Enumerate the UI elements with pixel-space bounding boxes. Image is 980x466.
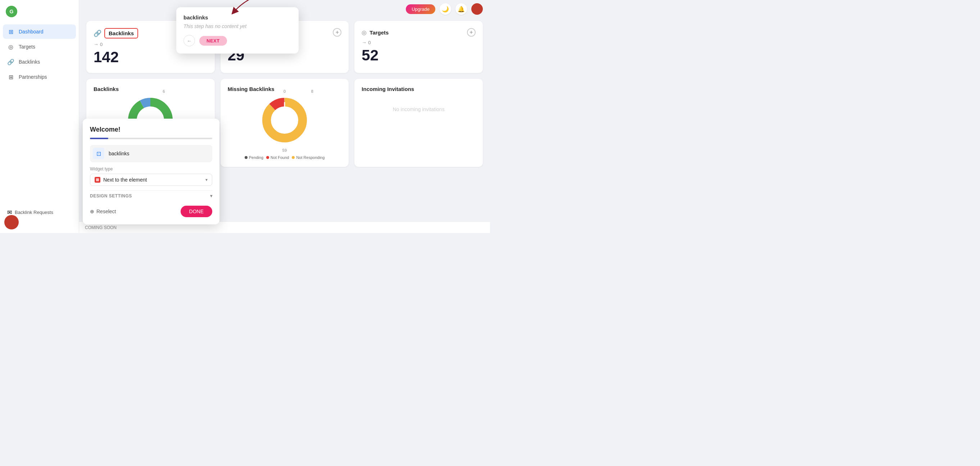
user-topbar-avatar[interactable] [471, 3, 483, 15]
reselect-icon: ⊕ [90, 209, 94, 214]
widget-type-select[interactable]: Next to the element ▾ [90, 174, 212, 186]
sidebar: G ⊞ Dashboard ◎ Targets 🔗 Backlinks ⊞ Pa… [0, 0, 79, 233]
pending-label: Pending [249, 155, 263, 160]
partnerships-icon: ⊞ [7, 73, 14, 81]
backlinks-change-value: 0 [100, 42, 103, 47]
missing-backlinks-card: Missing Backlinks 8 0 59 [221, 79, 349, 167]
legend-not-responding: Not Responding [292, 155, 325, 160]
reselect-button[interactable]: ⊕ Reselect [90, 209, 116, 214]
backlinks-icon: 🔗 [7, 58, 14, 65]
svg-rect-7 [96, 178, 99, 181]
sidebar-item-label: Dashboard [19, 29, 43, 35]
widget-icon-svg [96, 178, 99, 182]
targets-add-button[interactable]: + [467, 28, 476, 36]
sidebar-avatar [4, 215, 19, 230]
not-found-label: Not Found [270, 155, 289, 160]
welcome-footer: ⊕ Reselect DONE [90, 206, 212, 217]
pending-count-label: 59 [282, 148, 287, 152]
sidebar-navigation: ⊞ Dashboard ◎ Targets 🔗 Backlinks ⊞ Part… [0, 23, 79, 86]
backlinks-card-title: Backlinks [104, 28, 138, 38]
tooltip-footer: ← NEXT [183, 35, 291, 46]
sidebar-item-label: Targets [19, 44, 35, 50]
design-settings-arrow-icon: ▾ [210, 193, 213, 198]
not-responding-dot [292, 156, 295, 159]
backlinks-title-row: 🔗 Backlinks [94, 28, 138, 38]
targets-card-title: Targets [369, 30, 388, 36]
missing-donut-wrapper: 8 0 59 [259, 95, 310, 147]
missing-backlinks-title: Missing Backlinks [228, 86, 275, 92]
welcome-card: Welcome! ⊡ backlinks Widget type Next to… [83, 119, 220, 224]
targets-card: ◎ Targets + → 0 52 [354, 21, 483, 73]
widget-type-icon [95, 177, 100, 183]
link-icon: 🔗 [94, 30, 102, 37]
upgrade-button[interactable]: Upgrade [406, 4, 435, 14]
targets-card-header: ◎ Targets + [361, 28, 476, 36]
logo-icon: G [6, 6, 17, 17]
backlinks-chart-header: Backlinks [94, 86, 208, 92]
tooltip-next-button[interactable]: NEXT [199, 36, 227, 46]
targets-icon: ◎ [7, 43, 14, 50]
card2-add-button[interactable]: + [333, 28, 341, 36]
dashboard-icon: ⊞ [7, 28, 14, 35]
notifications-icon[interactable]: 🔔 [455, 3, 467, 15]
sidebar-item-backlinks[interactable]: 🔗 Backlinks [3, 55, 76, 69]
missing-backlinks-legend: Pending Not Found Not Responding [245, 155, 325, 160]
user-avatar[interactable] [4, 215, 19, 230]
sidebar-item-partnerships[interactable]: ⊞ Partnerships [3, 70, 76, 84]
sidebar-logo: G [0, 3, 79, 23]
reselect-label: Reselect [96, 209, 116, 214]
targets-title-row: ◎ Targets [361, 29, 388, 36]
arrow-icon3: → [361, 40, 367, 45]
done-button[interactable]: DONE [181, 206, 212, 217]
targets-change-value: 0 [368, 40, 371, 45]
pending-dot [245, 156, 248, 159]
targets-change: → 0 [361, 40, 476, 45]
sidebar-item-label: Partnerships [19, 74, 47, 80]
bottom-bar-label: COMING SOON [85, 225, 116, 230]
not-responding-top-label: 0 [283, 89, 286, 94]
dropdown-arrow-icon: ▾ [205, 177, 208, 182]
targets-icon-card: ◎ [361, 29, 367, 36]
no-invitations-label: No incoming invitations [361, 106, 476, 112]
incoming-invitations-card: Incoming Invitations No incoming invitat… [354, 79, 483, 167]
incoming-invitations-header: Incoming Invitations [361, 86, 476, 92]
widget-icon: ⊡ [93, 148, 104, 159]
arrow-icon: → [94, 41, 99, 47]
design-settings-label: DESIGN SETTINGS [90, 193, 132, 198]
tooltip-title: backlinks [183, 14, 291, 21]
tooltip-popup: can't edit content here?? backlinks This… [176, 7, 299, 54]
backlinks-chart-title: Backlinks [94, 86, 119, 92]
widget-type-value: Next to the element [103, 177, 202, 183]
nofollow-label-top: 6 [162, 89, 165, 94]
dark-mode-icon[interactable]: 🌙 [440, 3, 451, 15]
tooltip-body: This step has no content yet [183, 23, 291, 29]
incoming-invitations-title: Incoming Invitations [361, 86, 414, 92]
tooltip-back-button[interactable]: ← [183, 35, 195, 46]
welcome-progress-bar-fill [90, 138, 108, 139]
not-found-top-label: 8 [311, 89, 313, 94]
welcome-card-title: Welcome! [90, 126, 212, 133]
widget-type-label: Widget type [90, 166, 212, 171]
design-settings-section[interactable]: DESIGN SETTINGS ▾ [90, 190, 212, 201]
sidebar-item-label: Backlinks [19, 59, 40, 65]
not-found-dot [266, 156, 269, 159]
widget-item: ⊡ backlinks [90, 145, 212, 162]
sidebar-bottom-label: Backlink Requests [15, 210, 53, 215]
welcome-progress-bar-container [90, 138, 212, 139]
missing-backlinks-chart-section: 8 0 59 Pendin [228, 95, 342, 160]
not-responding-label: Not Responding [296, 155, 325, 160]
sidebar-item-dashboard[interactable]: ⊞ Dashboard [3, 24, 76, 39]
legend-pending: Pending [245, 155, 263, 160]
sidebar-item-targets[interactable]: ◎ Targets [3, 40, 76, 54]
widget-type-group: Widget type Next to the element ▾ [90, 166, 212, 186]
missing-donut-chart [259, 95, 310, 145]
legend-not-found: Not Found [266, 155, 289, 160]
targets-stat-value: 52 [361, 47, 476, 64]
tooltip-popup-inner: can't edit content here?? backlinks This… [183, 14, 291, 46]
widget-name: backlinks [109, 151, 129, 157]
